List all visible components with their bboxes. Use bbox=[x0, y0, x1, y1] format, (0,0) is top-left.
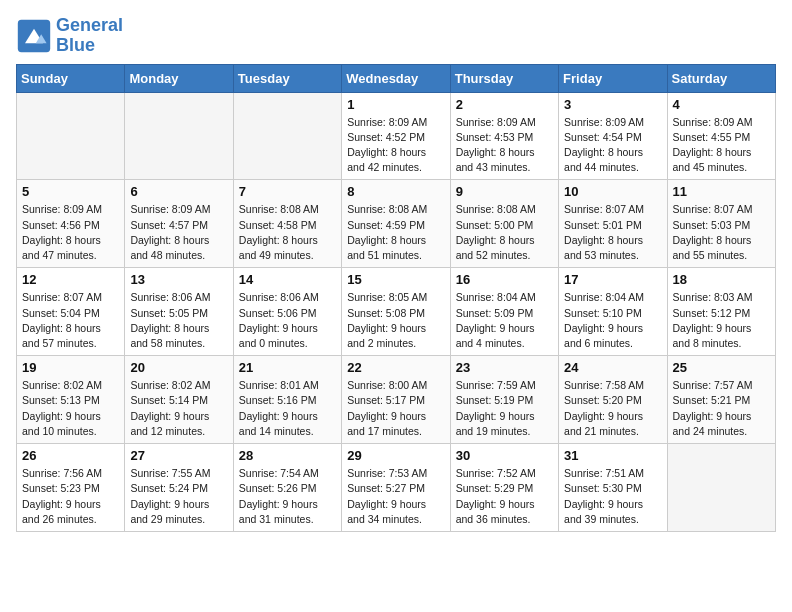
day-number: 9 bbox=[456, 184, 553, 199]
day-info: Sunrise: 8:04 AM Sunset: 5:10 PM Dayligh… bbox=[564, 290, 661, 351]
calendar-day: 24Sunrise: 7:58 AM Sunset: 5:20 PM Dayli… bbox=[559, 356, 667, 444]
day-number: 3 bbox=[564, 97, 661, 112]
weekday-header: Wednesday bbox=[342, 64, 450, 92]
calendar-day: 10Sunrise: 8:07 AM Sunset: 5:01 PM Dayli… bbox=[559, 180, 667, 268]
calendar-day: 29Sunrise: 7:53 AM Sunset: 5:27 PM Dayli… bbox=[342, 444, 450, 532]
calendar-week: 5Sunrise: 8:09 AM Sunset: 4:56 PM Daylig… bbox=[17, 180, 776, 268]
day-number: 31 bbox=[564, 448, 661, 463]
calendar-day: 9Sunrise: 8:08 AM Sunset: 5:00 PM Daylig… bbox=[450, 180, 558, 268]
calendar-day: 27Sunrise: 7:55 AM Sunset: 5:24 PM Dayli… bbox=[125, 444, 233, 532]
calendar-day: 7Sunrise: 8:08 AM Sunset: 4:58 PM Daylig… bbox=[233, 180, 341, 268]
calendar-day: 31Sunrise: 7:51 AM Sunset: 5:30 PM Dayli… bbox=[559, 444, 667, 532]
day-number: 10 bbox=[564, 184, 661, 199]
day-number: 28 bbox=[239, 448, 336, 463]
logo: General Blue bbox=[16, 16, 123, 56]
calendar-day: 26Sunrise: 7:56 AM Sunset: 5:23 PM Dayli… bbox=[17, 444, 125, 532]
calendar-day: 13Sunrise: 8:06 AM Sunset: 5:05 PM Dayli… bbox=[125, 268, 233, 356]
day-number: 13 bbox=[130, 272, 227, 287]
day-number: 27 bbox=[130, 448, 227, 463]
calendar-day: 12Sunrise: 8:07 AM Sunset: 5:04 PM Dayli… bbox=[17, 268, 125, 356]
logo-icon bbox=[16, 18, 52, 54]
day-number: 17 bbox=[564, 272, 661, 287]
day-info: Sunrise: 8:02 AM Sunset: 5:14 PM Dayligh… bbox=[130, 378, 227, 439]
page-header: General Blue bbox=[16, 16, 776, 56]
day-number: 15 bbox=[347, 272, 444, 287]
day-info: Sunrise: 8:08 AM Sunset: 4:59 PM Dayligh… bbox=[347, 202, 444, 263]
weekday-header: Friday bbox=[559, 64, 667, 92]
day-info: Sunrise: 8:03 AM Sunset: 5:12 PM Dayligh… bbox=[673, 290, 770, 351]
logo-text: General Blue bbox=[56, 16, 123, 56]
day-info: Sunrise: 8:02 AM Sunset: 5:13 PM Dayligh… bbox=[22, 378, 119, 439]
day-number: 30 bbox=[456, 448, 553, 463]
calendar-day bbox=[125, 92, 233, 180]
calendar-week: 12Sunrise: 8:07 AM Sunset: 5:04 PM Dayli… bbox=[17, 268, 776, 356]
calendar-day: 11Sunrise: 8:07 AM Sunset: 5:03 PM Dayli… bbox=[667, 180, 775, 268]
day-number: 26 bbox=[22, 448, 119, 463]
calendar-day: 18Sunrise: 8:03 AM Sunset: 5:12 PM Dayli… bbox=[667, 268, 775, 356]
day-info: Sunrise: 7:51 AM Sunset: 5:30 PM Dayligh… bbox=[564, 466, 661, 527]
day-info: Sunrise: 8:09 AM Sunset: 4:54 PM Dayligh… bbox=[564, 115, 661, 176]
calendar-day: 23Sunrise: 7:59 AM Sunset: 5:19 PM Dayli… bbox=[450, 356, 558, 444]
calendar-day: 2Sunrise: 8:09 AM Sunset: 4:53 PM Daylig… bbox=[450, 92, 558, 180]
day-info: Sunrise: 8:07 AM Sunset: 5:04 PM Dayligh… bbox=[22, 290, 119, 351]
calendar-day: 15Sunrise: 8:05 AM Sunset: 5:08 PM Dayli… bbox=[342, 268, 450, 356]
calendar-header: SundayMondayTuesdayWednesdayThursdayFrid… bbox=[17, 64, 776, 92]
weekday-header: Tuesday bbox=[233, 64, 341, 92]
calendar-day: 14Sunrise: 8:06 AM Sunset: 5:06 PM Dayli… bbox=[233, 268, 341, 356]
calendar-day: 28Sunrise: 7:54 AM Sunset: 5:26 PM Dayli… bbox=[233, 444, 341, 532]
weekday-header: Saturday bbox=[667, 64, 775, 92]
calendar-day: 8Sunrise: 8:08 AM Sunset: 4:59 PM Daylig… bbox=[342, 180, 450, 268]
day-info: Sunrise: 8:09 AM Sunset: 4:53 PM Dayligh… bbox=[456, 115, 553, 176]
calendar-day bbox=[17, 92, 125, 180]
day-info: Sunrise: 7:54 AM Sunset: 5:26 PM Dayligh… bbox=[239, 466, 336, 527]
calendar-day: 30Sunrise: 7:52 AM Sunset: 5:29 PM Dayli… bbox=[450, 444, 558, 532]
weekday-header: Sunday bbox=[17, 64, 125, 92]
day-info: Sunrise: 8:00 AM Sunset: 5:17 PM Dayligh… bbox=[347, 378, 444, 439]
calendar-week: 1Sunrise: 8:09 AM Sunset: 4:52 PM Daylig… bbox=[17, 92, 776, 180]
day-number: 5 bbox=[22, 184, 119, 199]
day-info: Sunrise: 7:52 AM Sunset: 5:29 PM Dayligh… bbox=[456, 466, 553, 527]
day-number: 8 bbox=[347, 184, 444, 199]
calendar-week: 26Sunrise: 7:56 AM Sunset: 5:23 PM Dayli… bbox=[17, 444, 776, 532]
day-info: Sunrise: 8:09 AM Sunset: 4:57 PM Dayligh… bbox=[130, 202, 227, 263]
day-number: 16 bbox=[456, 272, 553, 287]
day-number: 22 bbox=[347, 360, 444, 375]
calendar-table: SundayMondayTuesdayWednesdayThursdayFrid… bbox=[16, 64, 776, 532]
day-info: Sunrise: 8:09 AM Sunset: 4:56 PM Dayligh… bbox=[22, 202, 119, 263]
day-number: 6 bbox=[130, 184, 227, 199]
day-info: Sunrise: 8:06 AM Sunset: 5:05 PM Dayligh… bbox=[130, 290, 227, 351]
day-info: Sunrise: 8:08 AM Sunset: 4:58 PM Dayligh… bbox=[239, 202, 336, 263]
day-info: Sunrise: 8:07 AM Sunset: 5:03 PM Dayligh… bbox=[673, 202, 770, 263]
day-number: 1 bbox=[347, 97, 444, 112]
calendar-week: 19Sunrise: 8:02 AM Sunset: 5:13 PM Dayli… bbox=[17, 356, 776, 444]
day-info: Sunrise: 7:59 AM Sunset: 5:19 PM Dayligh… bbox=[456, 378, 553, 439]
day-info: Sunrise: 8:09 AM Sunset: 4:55 PM Dayligh… bbox=[673, 115, 770, 176]
day-number: 4 bbox=[673, 97, 770, 112]
day-info: Sunrise: 8:08 AM Sunset: 5:00 PM Dayligh… bbox=[456, 202, 553, 263]
day-number: 29 bbox=[347, 448, 444, 463]
day-number: 14 bbox=[239, 272, 336, 287]
calendar-day: 21Sunrise: 8:01 AM Sunset: 5:16 PM Dayli… bbox=[233, 356, 341, 444]
calendar-day: 20Sunrise: 8:02 AM Sunset: 5:14 PM Dayli… bbox=[125, 356, 233, 444]
calendar-day: 17Sunrise: 8:04 AM Sunset: 5:10 PM Dayli… bbox=[559, 268, 667, 356]
day-info: Sunrise: 7:58 AM Sunset: 5:20 PM Dayligh… bbox=[564, 378, 661, 439]
calendar-day bbox=[233, 92, 341, 180]
day-number: 11 bbox=[673, 184, 770, 199]
day-number: 21 bbox=[239, 360, 336, 375]
weekday-header: Monday bbox=[125, 64, 233, 92]
day-number: 7 bbox=[239, 184, 336, 199]
day-info: Sunrise: 8:07 AM Sunset: 5:01 PM Dayligh… bbox=[564, 202, 661, 263]
calendar-day: 5Sunrise: 8:09 AM Sunset: 4:56 PM Daylig… bbox=[17, 180, 125, 268]
day-info: Sunrise: 7:53 AM Sunset: 5:27 PM Dayligh… bbox=[347, 466, 444, 527]
calendar-day: 6Sunrise: 8:09 AM Sunset: 4:57 PM Daylig… bbox=[125, 180, 233, 268]
day-number: 19 bbox=[22, 360, 119, 375]
day-info: Sunrise: 7:56 AM Sunset: 5:23 PM Dayligh… bbox=[22, 466, 119, 527]
day-info: Sunrise: 8:06 AM Sunset: 5:06 PM Dayligh… bbox=[239, 290, 336, 351]
calendar-day: 22Sunrise: 8:00 AM Sunset: 5:17 PM Dayli… bbox=[342, 356, 450, 444]
calendar-day: 1Sunrise: 8:09 AM Sunset: 4:52 PM Daylig… bbox=[342, 92, 450, 180]
day-number: 2 bbox=[456, 97, 553, 112]
calendar-day: 25Sunrise: 7:57 AM Sunset: 5:21 PM Dayli… bbox=[667, 356, 775, 444]
day-info: Sunrise: 7:57 AM Sunset: 5:21 PM Dayligh… bbox=[673, 378, 770, 439]
calendar-day: 19Sunrise: 8:02 AM Sunset: 5:13 PM Dayli… bbox=[17, 356, 125, 444]
day-number: 23 bbox=[456, 360, 553, 375]
